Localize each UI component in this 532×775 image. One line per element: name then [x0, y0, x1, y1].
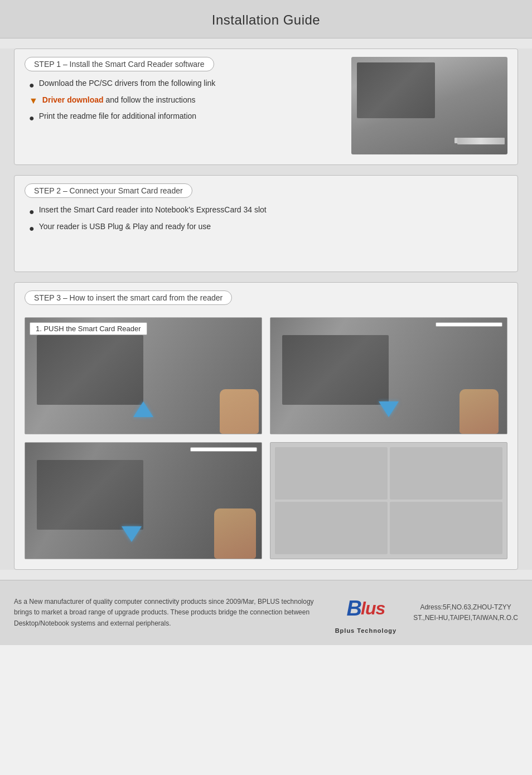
- step3-image4: [270, 442, 507, 559]
- step3-image1: 1. PUSH the Smart Card Reader: [25, 317, 262, 434]
- step1-badge: STEP 1 – Install the Smart Card Reader s…: [25, 57, 214, 71]
- step3-laptop-side-1: [25, 318, 262, 434]
- step2-image: [351, 183, 507, 261]
- step2-bullet-list: ● Insert the Smart Card reader into Note…: [25, 205, 342, 235]
- bullet-icon-s2-2: ●: [29, 222, 35, 235]
- step2-text-1: Insert the Smart Card reader into Notebo…: [39, 205, 267, 216]
- step1-text: STEP 1 – Install the Smart Card Reader s…: [25, 57, 342, 128]
- footer: As a New manufacturer of quality compute…: [0, 580, 532, 645]
- step2-text-2: Your reader is USB Plug & Play and ready…: [39, 221, 211, 232]
- arrow-up-icon: [133, 401, 153, 417]
- step1-bullet-1: ● Download the PC/SC drivers from the fo…: [29, 78, 342, 91]
- step1-bullet-list: ● Download the PC/SC drivers from the fo…: [25, 78, 342, 124]
- step3-badge: STEP 3 – How to insert the smart card fr…: [25, 290, 232, 305]
- step3-images-grid: 1. PUSH the Smart Card Reader: [25, 317, 507, 559]
- page-title: Installation Guide: [0, 12, 532, 28]
- footer-logo: B lus Bplus Technology: [335, 592, 397, 634]
- step3-image2-caption: [436, 322, 502, 327]
- step3-image2: [270, 317, 507, 434]
- step1-image: [351, 57, 507, 154]
- hand-1: [220, 389, 259, 434]
- bullet-icon-1: ●: [29, 79, 35, 91]
- arrow-down-icon-3: [122, 526, 142, 542]
- step3-image3-caption: [190, 447, 257, 452]
- step1-bullet-3: ● Print the readme file for additional i…: [29, 111, 342, 124]
- step1-bullet-2: ▼ Driver download and follow the instruc…: [29, 95, 342, 107]
- step2-bullet-1: ● Insert the Smart Card reader into Note…: [29, 205, 342, 218]
- page-header: Installation Guide: [0, 0, 532, 38]
- logo-brand-name: Bplus Technology: [335, 627, 397, 634]
- arrow-down-icon-2: [379, 401, 399, 417]
- step1-section: STEP 1 – Install the Smart Card Reader s…: [14, 49, 518, 165]
- hand-3: [214, 508, 256, 559]
- step1-text-2: Driver download and follow the instructi…: [42, 95, 196, 106]
- hand-2: [460, 389, 499, 434]
- address-line1: Adress:5F,NO.63,ZHOU-TZYY: [413, 602, 518, 613]
- step3-laptop-side-2: [270, 318, 507, 434]
- page: Installation Guide STEP 1 – Install the …: [0, 0, 532, 645]
- step1-text-3: Print the readme file for additional inf…: [39, 111, 196, 122]
- step1-text-1: Download the PC/SC drivers from the foll…: [39, 78, 216, 89]
- laptop-screen: [357, 62, 435, 118]
- step2-text: STEP 2 – Connect your Smart Card reader …: [25, 183, 342, 239]
- step3-image3: [25, 442, 262, 559]
- bullet-icon-s2-1: ●: [29, 206, 35, 218]
- step2-badge: STEP 2 – Connect your Smart Card reader: [25, 183, 192, 198]
- step3-image1-label: 1. PUSH the Smart Card Reader: [30, 322, 147, 335]
- address-line2: ST.,NEI-HU,TAIPEI,TAIWAN,R.O.C: [413, 613, 518, 623]
- step3-laptop-side-3: [25, 443, 262, 559]
- step2-bullet-2: ● Your reader is USB Plug & Play and rea…: [29, 221, 342, 235]
- logo-graphic: B lus: [338, 592, 394, 625]
- bullet-icon-3: ●: [29, 112, 35, 124]
- step3-section: STEP 3 – How to insert the smart card fr…: [14, 282, 518, 570]
- arrow-icon: ▼: [29, 95, 38, 107]
- main-content: STEP 1 – Install the Smart Card Reader s…: [0, 49, 532, 570]
- logo-lus-text: lus: [361, 598, 385, 619]
- step2-layout: STEP 2 – Connect your Smart Card reader …: [25, 183, 507, 261]
- step1-layout: STEP 1 – Install the Smart Card Reader s…: [25, 57, 507, 154]
- logo-b-letter: B: [347, 597, 361, 621]
- footer-address: Adress:5F,NO.63,ZHOU-TZYY ST.,NEI-HU,TAI…: [413, 602, 518, 623]
- driver-download-link[interactable]: Driver download: [42, 95, 104, 104]
- footer-company-text: As a New manufacturer of quality compute…: [14, 597, 318, 629]
- step2-section: STEP 2 – Connect your Smart Card reader …: [14, 175, 518, 272]
- step1-laptop-image: [351, 57, 507, 154]
